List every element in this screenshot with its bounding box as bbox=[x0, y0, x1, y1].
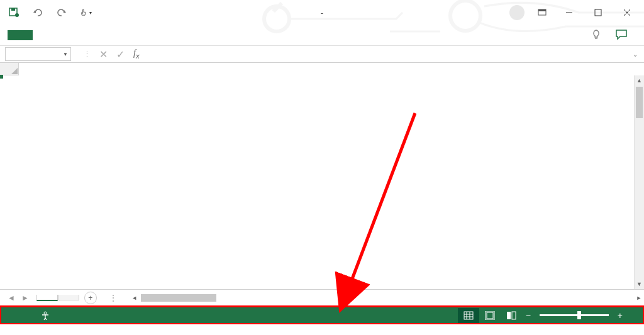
select-all-cells[interactable] bbox=[0, 63, 19, 75]
hscroll-thumb[interactable] bbox=[141, 294, 216, 302]
expand-formula-bar-icon[interactable]: ⌄ bbox=[633, 51, 644, 58]
view-page-break-icon[interactable] bbox=[501, 308, 522, 323]
horizontal-scrollbar[interactable]: ⋮ ◄ ► bbox=[109, 293, 644, 303]
zoom-slider[interactable] bbox=[540, 314, 609, 316]
zoom-out-button[interactable]: − bbox=[522, 310, 535, 321]
scroll-up-icon[interactable]: ▲ bbox=[635, 75, 644, 85]
tab-file[interactable] bbox=[8, 30, 33, 40]
svg-rect-17 bbox=[487, 312, 493, 319]
save-icon[interactable] bbox=[8, 6, 20, 19]
name-box[interactable]: ▼ bbox=[5, 47, 71, 61]
scroll-down-icon[interactable]: ▼ bbox=[635, 279, 644, 289]
ribbon-tabs bbox=[0, 25, 644, 45]
window-title: - bbox=[317, 8, 327, 18]
sheet-tab-active[interactable] bbox=[36, 295, 58, 301]
svg-rect-12 bbox=[464, 312, 473, 319]
tell-me-icon bbox=[591, 30, 601, 41]
minimize-button[interactable] bbox=[555, 1, 584, 24]
scroll-thumb[interactable] bbox=[636, 87, 643, 118]
chevron-down-icon[interactable]: ▼ bbox=[63, 52, 68, 57]
comments-icon[interactable] bbox=[615, 29, 628, 42]
fx-icon[interactable]: fx bbox=[133, 48, 140, 60]
sheet-tab-mylinks[interactable] bbox=[58, 295, 79, 300]
svg-rect-20 bbox=[512, 312, 516, 319]
cancel-formula-icon[interactable]: ⋮ bbox=[84, 50, 91, 58]
undo-icon[interactable] bbox=[31, 6, 44, 19]
view-page-layout-icon[interactable] bbox=[479, 308, 501, 323]
spreadsheet-grid[interactable]: ▲ ▼ bbox=[0, 63, 644, 289]
svg-rect-6 bbox=[538, 9, 546, 11]
enter-formula-icon[interactable]: ✓ bbox=[116, 48, 125, 60]
sheet-tab-bar: ◄ ► + ⋮ ◄ ► bbox=[0, 289, 644, 305]
status-bar: − + bbox=[0, 305, 644, 324]
cancel-formula-icon[interactable]: ✕ bbox=[99, 48, 108, 60]
status-accessibility[interactable] bbox=[40, 310, 54, 321]
zoom-in-button[interactable]: + bbox=[614, 310, 626, 321]
new-sheet-button[interactable]: + bbox=[84, 292, 97, 304]
touch-mode-icon[interactable]: ▾ bbox=[79, 6, 92, 19]
formula-bar: ▼ ⋮ ✕ ✓ fx ⌄ bbox=[0, 45, 644, 63]
close-button[interactable] bbox=[613, 1, 641, 24]
title-bar: ▾ - bbox=[0, 0, 644, 25]
svg-point-4 bbox=[15, 13, 19, 17]
svg-rect-3 bbox=[11, 8, 15, 11]
formula-input[interactable] bbox=[146, 47, 633, 61]
active-cell bbox=[0, 75, 3, 78]
svg-rect-8 bbox=[595, 9, 601, 16]
ribbon-options-icon[interactable] bbox=[530, 1, 555, 24]
sheet-nav-prev-icon[interactable]: ◄ bbox=[8, 294, 15, 302]
maximize-button[interactable] bbox=[584, 1, 613, 24]
user-avatar[interactable] bbox=[509, 5, 525, 20]
svg-rect-19 bbox=[507, 312, 511, 319]
sheet-nav-next-icon[interactable]: ► bbox=[21, 294, 29, 302]
svg-point-11 bbox=[44, 312, 47, 314]
vertical-scrollbar[interactable]: ▲ ▼ bbox=[634, 75, 644, 289]
view-normal-icon[interactable] bbox=[458, 308, 479, 323]
redo-icon[interactable] bbox=[55, 6, 68, 19]
